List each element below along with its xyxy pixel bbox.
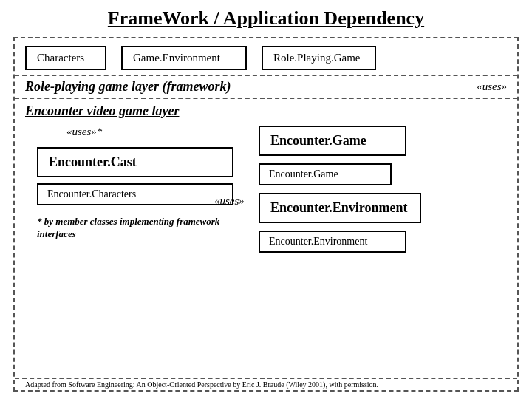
box-encounter-game-large: Encounter.Game xyxy=(259,126,406,156)
box-encounter-characters: Encounter.Characters xyxy=(37,183,233,205)
box-encounter-env-small: Encounter.Environment xyxy=(259,231,406,253)
box-encounter-game-small: Encounter.Game xyxy=(259,163,392,185)
encounter-left: «uses»* Encounter.Cast Encounter.Charact… xyxy=(15,99,244,378)
box-characters: Characters xyxy=(25,46,106,70)
box-encounter-env-large: Encounter.Environment xyxy=(259,193,421,223)
diagram-outer: Characters Game.Environment Role.Playing… xyxy=(13,37,519,392)
caption-bar: Adapted from Software Engineering: An Ob… xyxy=(15,378,517,390)
framework-uses-label: «uses» xyxy=(477,81,507,93)
encounter-right: Encounter.Game Encounter.Game Encounter.… xyxy=(244,99,517,378)
framework-label: Role-playing game layer (framework) xyxy=(25,79,231,95)
box-role-playing-game: Role.Playing.Game xyxy=(262,46,376,70)
uses-star-label: «uses»* xyxy=(66,126,233,138)
framework-layer: Role-playing game layer (framework) «use… xyxy=(15,75,517,98)
page: FrameWork / Application Dependency Chara… xyxy=(0,0,532,399)
box-game-environment: Game.Environment xyxy=(121,46,247,70)
footnote-text: * by member classes implementing framewo… xyxy=(37,216,233,241)
main-title: FrameWork / Application Dependency xyxy=(13,7,519,30)
box-encounter-cast-large: Encounter.Cast xyxy=(37,147,233,177)
uses-middle-label: «uses» xyxy=(214,195,245,208)
top-row: Characters Game.Environment Role.Playing… xyxy=(15,38,517,75)
encounter-layer: Encounter video game layer «uses»* Encou… xyxy=(15,98,517,378)
